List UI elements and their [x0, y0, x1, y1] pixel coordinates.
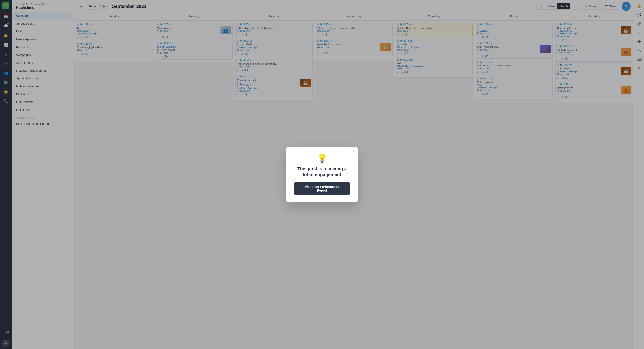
popup-icon: 💡: [294, 154, 350, 163]
visit-report-button[interactable]: Visit Post Performance Report: [294, 182, 350, 195]
engagement-overlay[interactable]: × 💡 This post is receiving a lot of enga…: [0, 0, 644, 349]
popup-close-button[interactable]: ×: [352, 150, 355, 154]
popup-title: This post is receiving a lot of engageme…: [294, 166, 350, 177]
engagement-popup: × 💡 This post is receiving a lot of enga…: [286, 147, 358, 202]
